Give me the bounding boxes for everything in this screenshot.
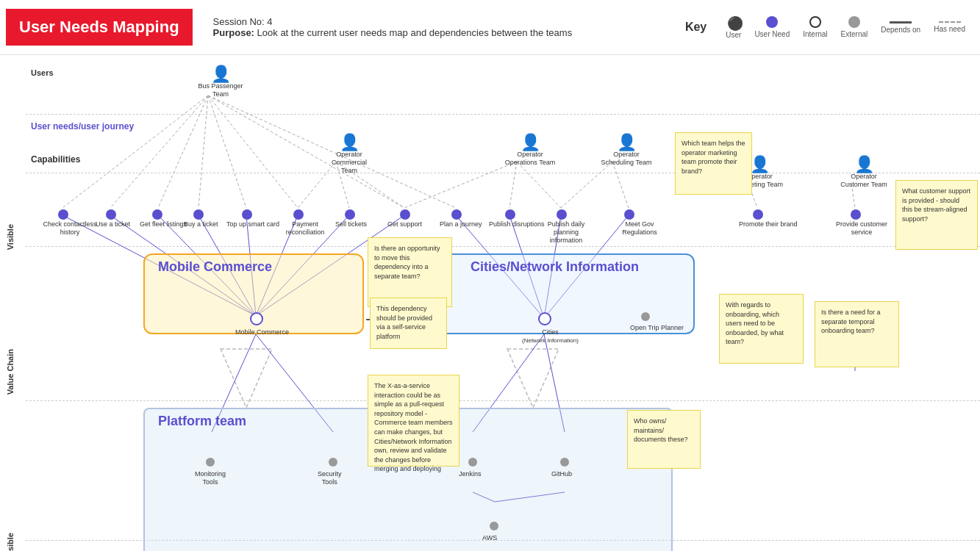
svg-marker-31 [221,349,272,408]
key-depends-on: Depends on [881,21,920,34]
svg-line-6 [208,96,246,208]
sticky-customer-support-text: What customer support is provided - shou… [902,187,970,223]
cap-promote-brand-dot [753,209,763,220]
user-operator-customer: 👤 Operator Customer Team [838,156,890,189]
cap-customer-service-label: Provide customer service [832,220,891,237]
cap-promote-brand-label: Promote their brand [739,220,798,228]
operator-scheduling-label: Operator Scheduling Team [601,151,652,167]
svg-line-17 [561,162,612,208]
title-box: User Needs Mapping [6,9,193,46]
user-need-icon [766,16,778,28]
github-label: GitHub [551,470,572,478]
cap-check-contactless-dot [58,209,68,220]
key-has-need: Has need [934,21,965,33]
operator-commercial-icon: 👤 [340,134,360,151]
svg-line-13 [509,162,517,208]
sticky-temporal-onboarding-text: Is there a need for a separate temporal … [821,309,881,334]
cap-planning-label: Publish daily planning information [537,220,595,244]
session-number: Session No: 4 [213,16,573,27]
hline-3 [26,246,980,247]
cap-gov-dot [624,209,634,220]
value-chain-axis-label: Value Chain [6,349,15,395]
monitoring-label: MonitoringTools [195,470,226,486]
key-external: External [841,16,868,38]
cap-top-up-dot [242,209,252,220]
sticky-opportunity: Is there an opportunity to move this dep… [368,237,452,307]
sticky-onboarding-who-text: With regards to onboarding, which users … [726,301,784,345]
cap-check-contactless-label: Check contactless history [40,220,99,237]
github-node [560,458,569,467]
cap-get-fleet-label: Get fleet listings [140,220,187,228]
open-trip-planner-label: Open Trip Planner [630,324,684,332]
operator-customer-icon: 👤 [854,156,874,173]
monitoring-node [206,458,215,467]
user-operator-scheduling: 👤 Operator Scheduling Team [601,134,652,167]
key-internal: Internal [803,16,827,38]
capabilities-axis-label: Capabilities [31,154,80,165]
key-user-need-label: User Need [754,30,790,38]
purpose-text: Look at the current user needs map and d… [257,27,573,38]
header: User Needs Mapping Session No: 4 Purpose… [0,0,980,55]
jenkins-node [468,458,477,467]
key-external-label: External [841,30,868,38]
session-info: Session No: 4 Purpose: Look at the curre… [213,16,573,38]
cities-label: Cities/Network Information [471,259,639,275]
purpose-label: Purpose: [213,27,254,38]
purpose: Purpose: Look at the current user needs … [213,27,573,38]
key-user: ⚫ User [726,15,741,39]
cap-sell-tickets-dot [345,209,355,220]
key-has-need-label: Has need [934,25,965,33]
jenkins-label: Jenkins [459,470,482,478]
open-trip-planner-node [641,312,650,321]
operator-customer-label: Operator Customer Team [838,173,890,189]
internal-icon [809,16,821,28]
cities-node-label: Cities(Network Information) [522,328,579,345]
key-user-need: User Need [754,16,790,38]
hline-1 [26,114,980,115]
has-need-icon [939,21,961,23]
svg-line-16 [612,162,629,208]
key-user-label: User [726,31,741,39]
depends-on-icon [890,21,912,24]
user-operator-commercial: 👤 Operator Commercial Team [323,134,375,174]
sticky-customer-support: What customer support is provided - shou… [895,180,978,250]
mobile-commerce-node-label: Mobile Commerce [235,328,289,336]
key-section: Key ⚫ User User Need Internal External D… [685,15,965,39]
cap-customer-service-dot [851,209,861,220]
platform-label: Platform team [158,414,246,429]
cap-planning-dot [557,209,567,220]
cap-disruptions-dot [505,209,515,220]
cap-buy-ticket-label: Buy a ticket [184,220,218,228]
sticky-onboarding-who: With regards to onboarding, which users … [719,294,804,364]
cap-get-support-label: Get support [387,220,422,228]
operator-scheduling-icon: 👤 [617,134,637,151]
hline-4 [26,400,980,401]
cap-plan-journey-label: Plan a journey [440,220,482,228]
visible-axis-label: Visible [6,224,15,250]
bus-passenger-label: Bus Passenger Team [195,82,246,98]
operator-marketing-icon: 👤 [750,156,770,173]
mobile-commerce-node [250,312,263,325]
sticky-operator-promote-text: Which team helps the operator marketing … [682,140,745,175]
user-operator-operations: 👤 Operator Operations Team [504,134,556,167]
sticky-temporal-onboarding: Is there a need for a separate temporal … [815,301,899,367]
mobile-commerce-label: Mobile Commerce [158,259,272,275]
cap-top-up-label: Top up smart card [226,220,279,228]
key-label: Key [685,21,707,34]
svg-marker-32 [507,349,559,408]
page-title: User Needs Mapping [19,18,179,36]
users-axis-label: Users [31,68,54,77]
svg-line-4 [158,96,208,208]
aws-label: AWS [482,534,497,542]
user-needs-axis-label: User needs/user journey [31,121,134,132]
sticky-who-owns: Who owns/ maintains/ documents these? [627,410,701,469]
svg-line-7 [208,96,298,208]
operator-operations-icon: 👤 [521,134,540,151]
svg-line-14 [517,162,561,208]
security-node [329,458,337,467]
main-canvas: Users User needs/user journey Capabiliti… [0,55,980,551]
cap-get-fleet-dot [152,209,162,220]
sticky-dependency: This dependency should be provided via a… [370,298,447,349]
hline-2 [26,173,980,173]
svg-line-5 [198,96,208,208]
